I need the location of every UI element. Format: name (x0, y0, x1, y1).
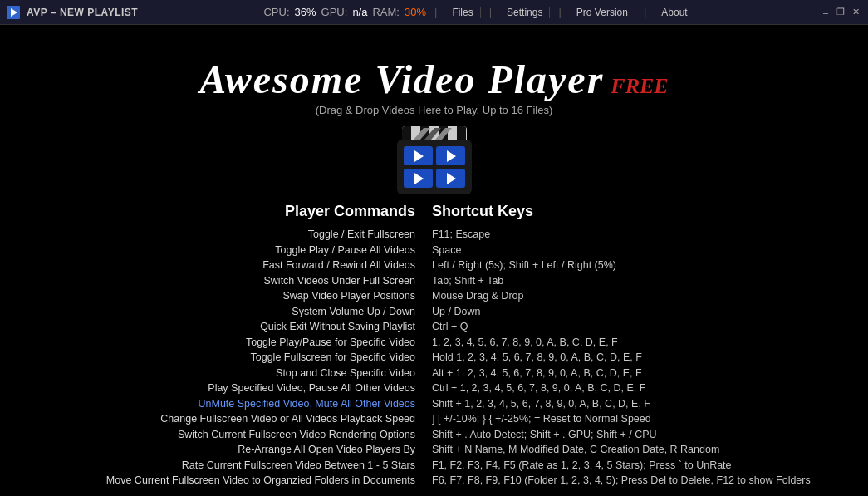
command-label-7: Toggle Play/Pause for Specific Video (246, 335, 415, 351)
shortcut-14: Shift + N Name, M Modified Date, C Creat… (432, 442, 719, 458)
close-button[interactable]: ✕ (850, 7, 861, 18)
app-logo-icon (7, 6, 20, 19)
ram-label: RAM: (372, 6, 400, 18)
titlebar-left: AVP – NEW PLAYLIST (7, 6, 138, 19)
nav-about[interactable]: About (655, 7, 694, 18)
shortcut-10: Ctrl + 1, 2, 3, 4, 5, 6, 7, 8, 9, 0, A, … (432, 381, 645, 396)
shortcut-5: Up / Down (432, 304, 480, 320)
command-label-5: System Volume Up / Down (292, 304, 415, 320)
cpu-label: CPU: (263, 6, 289, 18)
play-btn-4 (436, 169, 465, 188)
command-label-9: Stop and Close Specific Video (276, 366, 415, 381)
shortcut-3: Tab; Shift + Tab (432, 273, 503, 289)
shortcut-0: F11; Escape (432, 227, 490, 243)
command-label-11: UnMute Specified Video, Mute All Other V… (199, 396, 416, 412)
shortcut-13: Shift + . Auto Detect; Shift + . GPU; Sh… (432, 427, 657, 443)
shortcut-12: ] [ +/-10%; } { +/-25%; = Reset to Norma… (432, 411, 651, 427)
play-btn-2 (436, 146, 465, 165)
app-title-area: Awesome Video Player FREE (199, 56, 668, 102)
gpu-label: GPU: (321, 6, 348, 18)
minimize-button[interactable]: – (820, 7, 831, 18)
command-label-1: Toggle Play / Pause All Videos (275, 243, 415, 258)
command-label-12: Change Fullscreen Video or All Videos Pl… (160, 411, 415, 427)
gpu-value: n/a (352, 6, 367, 18)
command-label-10: Play Specified Video, Pause All Other Vi… (208, 381, 415, 396)
command-label-6: Quick Exit Without Saving Playlist (260, 319, 415, 335)
separator4: | (644, 6, 646, 18)
window-title: AVP – NEW PLAYLIST (27, 7, 138, 18)
shortcut-16: F6, F7, F8, F9, F10 (Folder 1, 2, 3, 4, … (432, 473, 811, 489)
app-title: Awesome Video Player (199, 56, 604, 102)
main-content: Awesome Video Player FREE (Drag & Drop V… (0, 25, 868, 489)
separator2: | (489, 6, 492, 18)
command-label-3: Switch Videos Under Full Screen (264, 273, 416, 289)
nav-settings[interactable]: Settings (500, 7, 550, 18)
ram-value: 30% (405, 6, 426, 18)
shortcut-keys-col: Shortcut Keys F11; EscapeSpaceLeft / Rig… (415, 203, 851, 489)
chevron-area (397, 126, 472, 141)
command-label-13: Switch Current Fullscreen Video Renderin… (178, 427, 415, 443)
player-commands-col: Player Commands Toggle / Exit Fullscreen… (17, 203, 415, 489)
clap-body (397, 140, 472, 194)
play-btn-3 (404, 169, 433, 188)
app-subtitle: (Drag & Drop Videos Here to Play. Up to … (316, 104, 553, 116)
command-label-14: Re-Arrange All Open Video Players By (238, 442, 415, 458)
maximize-button[interactable]: ❐ (835, 7, 846, 18)
cpu-value: 36% (295, 6, 316, 18)
play-btn-1 (404, 146, 433, 165)
free-badge: FREE (611, 74, 668, 99)
command-label-4: Swap Video Player Positions (282, 288, 415, 304)
window-controls: – ❐ ✕ (820, 7, 861, 18)
shortcut-2: Left / Right (5s); Shift + Left / Right … (432, 258, 616, 273)
shortcut-6: Ctrl + Q (432, 319, 468, 335)
command-label-2: Fast Forward / Rewind All Videos (262, 258, 415, 273)
separator: | (434, 6, 437, 18)
app-icon (397, 126, 472, 194)
titlebar-center: CPU: 36% GPU: n/a RAM: 30% | Files | Set… (263, 6, 694, 18)
nav-proversion[interactable]: Pro Version (570, 7, 635, 18)
shortcut-4: Mouse Drag & Drop (432, 288, 523, 304)
commands-table: Player Commands Toggle / Exit Fullscreen… (0, 203, 868, 489)
shortcut-15: F1, F2, F3, F4, F5 (Rate as 1, 2, 3, 4, … (432, 458, 732, 474)
command-label-15: Rate Current Fullscreen Video Between 1 … (182, 458, 415, 474)
command-label-0: Toggle / Exit Fullscreen (308, 227, 415, 243)
shortcut-1: Space (432, 243, 461, 258)
shortcut-7: 1, 2, 3, 4, 5, 6, 7, 8, 9, 0, A, B, C, D… (432, 335, 618, 351)
shortcuts-header: Shortcut Keys (432, 203, 533, 220)
command-label-16: Move Current Fullscreen Video to Organzi… (106, 473, 415, 489)
separator3: | (558, 6, 561, 18)
shortcut-8: Hold 1, 2, 3, 4, 5, 6, 7, 8, 9, 0, A, B,… (432, 350, 642, 366)
shortcut-11: Shift + 1, 2, 3, 4, 5, 6, 7, 8, 9, 0, A,… (432, 396, 650, 412)
shortcut-9: Alt + 1, 2, 3, 4, 5, 6, 7, 8, 9, 0, A, B… (432, 366, 642, 381)
nav-files[interactable]: Files (445, 7, 480, 18)
commands-header: Player Commands (285, 203, 415, 220)
titlebar: AVP – NEW PLAYLIST CPU: 36% GPU: n/a RAM… (0, 0, 868, 25)
command-label-8: Toggle Fullscreen for Specific Video (251, 350, 416, 366)
